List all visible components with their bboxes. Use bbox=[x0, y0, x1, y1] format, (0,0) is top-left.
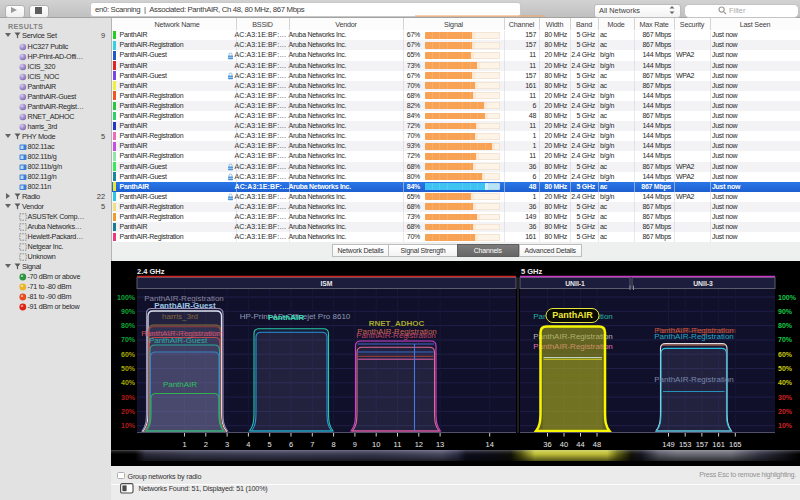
svg-text:UNII-1: UNII-1 bbox=[565, 280, 585, 287]
svg-text:PanthAIR: PanthAIR bbox=[268, 313, 304, 322]
svg-text:7: 7 bbox=[310, 440, 314, 449]
svg-text:UNII-3: UNII-3 bbox=[693, 280, 713, 287]
svg-text:20%: 20% bbox=[778, 408, 793, 415]
svg-text:48: 48 bbox=[593, 440, 601, 449]
svg-text:80%: 80% bbox=[778, 322, 793, 329]
svg-text:12: 12 bbox=[415, 440, 423, 449]
svg-text:60%: 60% bbox=[778, 351, 793, 358]
svg-text:90%: 90% bbox=[121, 308, 136, 315]
svg-text:PanthAIR: PanthAIR bbox=[163, 380, 197, 389]
svg-text:70%: 70% bbox=[121, 336, 136, 343]
svg-text:13: 13 bbox=[436, 440, 444, 449]
svg-text:90%: 90% bbox=[778, 308, 793, 315]
svg-text:1: 1 bbox=[182, 440, 186, 449]
svg-text:10%: 10% bbox=[121, 422, 136, 429]
svg-text:40: 40 bbox=[560, 440, 568, 449]
svg-text:100%: 100% bbox=[117, 294, 136, 301]
svg-text:3: 3 bbox=[225, 440, 229, 449]
svg-text:80%: 80% bbox=[121, 322, 136, 329]
svg-text:40%: 40% bbox=[121, 379, 136, 386]
svg-text:165: 165 bbox=[729, 440, 742, 449]
svg-text:157: 157 bbox=[696, 440, 709, 449]
svg-text:9: 9 bbox=[353, 440, 357, 449]
svg-text:6: 6 bbox=[289, 440, 293, 449]
svg-text:PanthAIR-Registration: PanthAIR-Registration bbox=[356, 331, 436, 340]
svg-text:149: 149 bbox=[662, 440, 675, 449]
svg-text:2: 2 bbox=[204, 440, 208, 449]
svg-text:11: 11 bbox=[394, 440, 402, 449]
svg-text:153: 153 bbox=[679, 440, 692, 449]
svg-text:100%: 100% bbox=[778, 294, 797, 301]
svg-text:5: 5 bbox=[268, 440, 272, 449]
svg-text:2.4 GHz: 2.4 GHz bbox=[137, 267, 165, 276]
svg-text:161: 161 bbox=[712, 440, 725, 449]
svg-text:20%: 20% bbox=[121, 408, 136, 415]
svg-text:70%: 70% bbox=[778, 336, 793, 343]
svg-text:PanthAIR-Guest: PanthAIR-Guest bbox=[154, 301, 216, 310]
svg-text:4: 4 bbox=[246, 440, 250, 449]
svg-text:50%: 50% bbox=[778, 365, 793, 372]
svg-text:10%: 10% bbox=[778, 422, 793, 429]
svg-text:50%: 50% bbox=[121, 365, 136, 372]
svg-text:PanthAIR-Registration: PanthAIR-Registration bbox=[654, 332, 734, 341]
svg-text:40%: 40% bbox=[778, 379, 793, 386]
svg-text:PanthAIR-Registration: PanthAIR-Registration bbox=[654, 375, 734, 384]
svg-text:5 GHz: 5 GHz bbox=[521, 267, 543, 276]
svg-text:14: 14 bbox=[486, 440, 494, 449]
svg-text:10: 10 bbox=[372, 440, 380, 449]
svg-text:8: 8 bbox=[332, 440, 336, 449]
svg-text:PanthAIR-Guest: PanthAIR-Guest bbox=[149, 336, 208, 345]
svg-text:30%: 30% bbox=[121, 394, 136, 401]
svg-text:44: 44 bbox=[576, 440, 584, 449]
svg-text:60%: 60% bbox=[121, 351, 136, 358]
svg-text:PanthAIR: PanthAIR bbox=[552, 310, 593, 320]
svg-text:harris_3rd: harris_3rd bbox=[162, 312, 198, 321]
svg-text:ISM: ISM bbox=[320, 280, 332, 287]
svg-text:36: 36 bbox=[543, 440, 551, 449]
svg-text:30%: 30% bbox=[778, 394, 793, 401]
